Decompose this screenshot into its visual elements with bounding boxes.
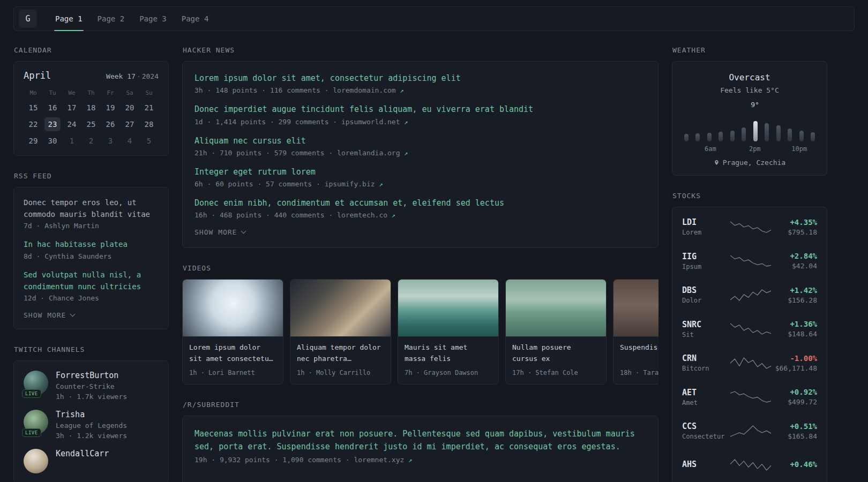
- tab-page-2[interactable]: Page 2: [90, 7, 132, 31]
- calendar-day[interactable]: 21: [141, 101, 157, 115]
- subreddit-widget: /R/SUBREDDIT Maecenas mollis pulvinar er…: [182, 401, 659, 482]
- calendar-day[interactable]: 22: [25, 117, 41, 131]
- rss-item-title[interactable]: Sed volutpat nulla nisl, a condimentum n…: [24, 269, 159, 292]
- hn-item-title[interactable]: Donec enim nibh, condimentum et accumsan…: [194, 198, 646, 208]
- tab-page-3[interactable]: Page 3: [132, 7, 174, 31]
- stock-row[interactable]: DBS Dolor +1.42% $156.28: [682, 278, 817, 312]
- hn-item-domain[interactable]: loremlandia.org: [337, 149, 400, 157]
- calendar-day[interactable]: 29: [25, 134, 41, 148]
- calendar-day[interactable]: 17: [64, 101, 80, 115]
- video-card[interactable]: Suspendisse diam 18h · Tara: [613, 279, 659, 385]
- stock-price: $156.28: [771, 296, 817, 304]
- stock-price: $66,171.48: [771, 364, 817, 372]
- hn-item-title[interactable]: Donec imperdiet augue tincidunt felis al…: [194, 104, 646, 115]
- rss-item[interactable]: Donec tempor eros leo, ut commodo mauris…: [24, 197, 159, 230]
- rss-item[interactable]: Sed volutpat nulla nisl, a condimentum n…: [24, 269, 159, 302]
- tab-page-4[interactable]: Page 4: [174, 7, 216, 31]
- calendar-dow-row: MoTuWeThFrSaSu: [24, 89, 159, 96]
- video-meta: 1h · Molly Carrillo: [297, 369, 384, 376]
- calendar-day[interactable]: 5: [141, 134, 157, 148]
- rss-card: Donec tempor eros leo, ut commodo mauris…: [13, 187, 169, 329]
- hn-item[interactable]: Donec enim nibh, condimentum et accumsan…: [194, 198, 646, 219]
- hn-item-domain[interactable]: loremdomain.com: [333, 86, 395, 94]
- stock-row[interactable]: CRN Bitcorn -1.00% $66,171.48: [682, 346, 817, 380]
- subreddit-post-domain[interactable]: loremnet.xyz: [354, 456, 404, 464]
- calendar-day[interactable]: 25: [83, 117, 99, 131]
- hn-item-domain[interactable]: loremtech.co: [337, 211, 387, 219]
- stock-symbol-block: CCS Consectetur: [682, 421, 730, 440]
- calendar-dow-label: Su: [139, 89, 159, 96]
- calendar-dow-label: Th: [81, 89, 101, 96]
- hn-item-title[interactable]: Lorem ipsum dolor sit amet, consectetur …: [194, 73, 646, 84]
- stock-row[interactable]: AHS +0.46%: [682, 448, 817, 482]
- external-link-icon: ↗: [404, 149, 408, 157]
- hn-item[interactable]: Integer eget rutrum lorem 6h · 60 points…: [194, 167, 646, 188]
- weather-card: Overcast Feels like 5°C 9° 6am2pm10pm Pr…: [672, 61, 827, 176]
- calendar-day[interactable]: 19: [102, 101, 118, 115]
- stock-name: Amet: [682, 399, 730, 406]
- middle-column: HACKER NEWS Lorem ipsum dolor sit amet, …: [182, 46, 659, 482]
- weather-bar: [799, 131, 804, 141]
- hn-item-domain[interactable]: ipsumworld.net: [341, 118, 400, 126]
- hn-item-meta: 6h · 60 points · 57 comments · ipsumify.…: [194, 180, 646, 188]
- calendar-day[interactable]: 28: [141, 117, 157, 131]
- calendar-day[interactable]: 27: [122, 117, 138, 131]
- calendar-day[interactable]: 18: [83, 101, 99, 115]
- calendar-day[interactable]: 26: [102, 117, 118, 131]
- hn-show-more-button[interactable]: SHOW MORE: [194, 228, 646, 236]
- tab-page-1[interactable]: Page 1: [48, 7, 90, 31]
- stock-values: +0.92% $499.72: [771, 388, 817, 406]
- calendar-day[interactable]: 20: [122, 101, 138, 115]
- calendar-day[interactable]: 2: [83, 134, 99, 148]
- calendar-day[interactable]: 4: [122, 134, 138, 148]
- weather-bar: [707, 133, 712, 141]
- stock-row[interactable]: CCS Consectetur +0.51% $165.84: [682, 414, 817, 448]
- hn-item-domain[interactable]: ipsumify.biz: [325, 180, 375, 188]
- rss-item-title[interactable]: In hac habitasse platea: [24, 239, 159, 251]
- weather-widget: WEATHER Overcast Feels like 5°C 9° 6am2p…: [672, 46, 827, 176]
- video-card[interactable]: Aliquam tempor dolor nec pharetra… 1h · …: [290, 279, 391, 385]
- calendar-day[interactable]: 3: [102, 134, 118, 148]
- calendar-day[interactable]: 15: [25, 101, 41, 115]
- calendar-day-selected[interactable]: 23: [44, 117, 61, 131]
- hn-item-title[interactable]: Aliquam nec cursus elit: [194, 135, 646, 146]
- stock-row[interactable]: LDI Lorem +4.35% $795.18: [682, 210, 817, 244]
- nav-tabs: Page 1Page 2Page 3Page 4: [48, 7, 216, 31]
- video-body: Suspendisse diam 18h · Tara: [613, 337, 659, 384]
- stock-name: Lorem: [682, 229, 730, 236]
- external-link-icon: ↗: [408, 456, 412, 464]
- calendar-day[interactable]: 24: [64, 117, 80, 131]
- twitch-channel[interactable]: LIVE Trisha League of Legends 3h · 1.2k …: [24, 410, 159, 440]
- hn-item[interactable]: Lorem ipsum dolor sit amet, consectetur …: [194, 73, 646, 94]
- weather-bar: [695, 133, 700, 141]
- stock-sparkline: [730, 322, 771, 336]
- weather-times: 6am2pm10pm: [684, 145, 815, 153]
- left-column: CALENDAR April Week 17·2024 MoTuWeThFrSa…: [13, 46, 169, 482]
- weather-bar: [788, 129, 792, 141]
- hn-item[interactable]: Donec imperdiet augue tincidunt felis al…: [194, 104, 646, 125]
- twitch-channel[interactable]: KendallCarr: [24, 449, 159, 473]
- top-navbar: G Page 1Page 2Page 3Page 4: [13, 6, 855, 31]
- hn-show-more-label: SHOW MORE: [194, 228, 237, 236]
- video-card[interactable]: Nullam posuere cursus ex 17h · Stefan Co…: [505, 279, 607, 385]
- hn-item[interactable]: Aliquam nec cursus elit 21h · 710 points…: [194, 135, 646, 157]
- rss-item-title[interactable]: Donec tempor eros leo, ut commodo mauris…: [24, 197, 159, 220]
- calendar-day[interactable]: 30: [44, 134, 61, 148]
- stock-symbol: LDI: [682, 217, 730, 227]
- subreddit-post-title[interactable]: Maecenas mollis pulvinar erat non posuer…: [194, 427, 646, 453]
- stock-name: Ipsum: [682, 263, 730, 270]
- stock-price: $148.64: [771, 330, 817, 338]
- stock-row[interactable]: AET Amet +0.92% $499.72: [682, 380, 817, 415]
- hn-item-title[interactable]: Integer eget rutrum lorem: [194, 167, 646, 177]
- rss-show-more-button[interactable]: SHOW MORE: [24, 311, 159, 319]
- stock-sparkline: [730, 356, 771, 370]
- stock-row[interactable]: IIG Ipsum +2.84% $42.04: [682, 244, 817, 278]
- rss-item[interactable]: In hac habitasse platea 8d · Cynthia Sau…: [24, 239, 159, 260]
- calendar-day[interactable]: 16: [44, 101, 61, 115]
- twitch-channel[interactable]: LIVE ForrestBurton Counter-Strike 1h · 1…: [24, 371, 159, 401]
- calendar-dow-label: Fr: [101, 89, 120, 96]
- stock-row[interactable]: SNRC Sit +1.36% $148.64: [682, 312, 817, 347]
- video-card[interactable]: Lorem ipsum dolor sit amet consectetu… 1…: [182, 279, 283, 385]
- calendar-day[interactable]: 1: [64, 134, 80, 148]
- video-card[interactable]: Mauris sit amet massa felis 7h · Grayson…: [398, 279, 499, 385]
